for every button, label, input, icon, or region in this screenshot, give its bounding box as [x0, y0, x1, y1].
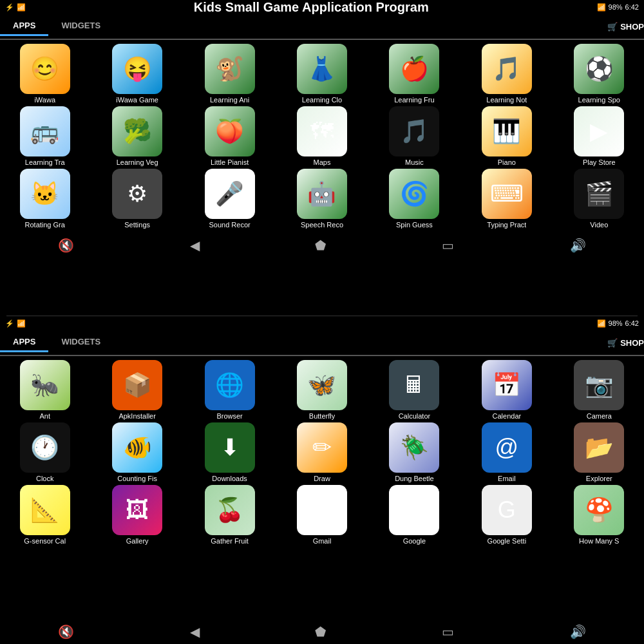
- app-item-spin-guess[interactable]: 🌀Spin Guess: [370, 169, 459, 229]
- app-item-gmail[interactable]: MGmail: [277, 485, 366, 545]
- app-item-explorer[interactable]: 📂Explorer: [554, 422, 644, 482]
- app-label: iWawa Game: [116, 96, 158, 104]
- app-icon-calendar: 📅: [482, 360, 532, 410]
- nav-home-top[interactable]: ⬟: [315, 238, 326, 253]
- app-label: Learning Ani: [210, 96, 249, 104]
- app-item-dung-beetle[interactable]: 🪲Dung Beetle: [370, 422, 459, 482]
- header-bar-top: APPS WIDGETS 🛒 SHOP: [0, 14, 644, 40]
- app-item-learning-clo[interactable]: 👗Learning Clo: [277, 44, 366, 104]
- app-item-music[interactable]: 🎵Music: [370, 106, 459, 166]
- app-label: Browser: [216, 412, 242, 420]
- app-item-email[interactable]: @Email: [462, 422, 551, 482]
- app-item-clock[interactable]: 🕐Clock: [0, 422, 90, 482]
- app-icon-learning: 🥦: [112, 106, 162, 156]
- app-item-speech-reco[interactable]: 🤖Speech Reco: [277, 169, 366, 229]
- nav-back-top[interactable]: ◀: [190, 238, 200, 253]
- app-item-gallery[interactable]: 🖼Gallery: [92, 485, 182, 545]
- wifi-icon-bottom: 📶: [597, 319, 606, 328]
- app-item-learning-tra[interactable]: 🚌Learning Tra: [0, 106, 90, 166]
- app-label: Video: [590, 221, 608, 229]
- app-label: Counting Fis: [117, 475, 157, 482]
- app-label: Settings: [124, 221, 150, 229]
- app-icon-ant: 🐜: [20, 360, 70, 410]
- app-label: Clock: [36, 475, 54, 482]
- app-label: Google: [403, 537, 426, 545]
- app-label: Learning Fru: [394, 96, 434, 104]
- app-item-gather-fruit[interactable]: 🍒Gather Fruit: [185, 485, 274, 545]
- app-item-piano[interactable]: 🎹Piano: [462, 106, 551, 166]
- tab-apps-top[interactable]: APPS: [0, 17, 48, 36]
- app-item-learning-not[interactable]: 🎵Learning Not: [462, 44, 551, 104]
- nav-vol-up-bottom[interactable]: 🔊: [570, 624, 586, 639]
- app-label: Learning Not: [486, 96, 527, 104]
- app-item-google[interactable]: GGoogle: [370, 485, 459, 545]
- app-icon-soundrec: 🎤: [205, 169, 255, 219]
- tabs-top: APPS WIDGETS: [0, 17, 113, 36]
- app-item-downloads[interactable]: ⬇Downloads: [185, 422, 274, 482]
- app-item-butterfly[interactable]: 🦋Butterfly: [277, 360, 366, 420]
- wifi-icon: 📶: [597, 3, 606, 12]
- app-icon-playstore: ▶: [574, 106, 624, 156]
- tab-apps-bottom[interactable]: APPS: [0, 333, 48, 352]
- app-icon-apk: 📦: [112, 360, 162, 410]
- nav-recent-top[interactable]: ▭: [442, 238, 454, 253]
- status-bar-bottom: ⚡ 📶 📶 98% 6:42: [0, 316, 644, 330]
- app-item-google-setti[interactable]: GGoogle Setti: [462, 485, 551, 545]
- app-item-iwawa-game[interactable]: 😝iWawa Game: [92, 44, 182, 104]
- app-item-apkinstaller[interactable]: 📦ApkInstaller: [92, 360, 182, 420]
- app-item-calculator[interactable]: 🖩Calculator: [370, 360, 459, 420]
- app-icon-piano: 🎹: [482, 106, 532, 156]
- nav-vol-down-bottom[interactable]: 🔇: [58, 624, 74, 639]
- status-left-bottom: ⚡ 📶: [5, 319, 26, 328]
- app-item-settings[interactable]: ⚙Settings: [92, 169, 182, 229]
- nav-recent-bottom[interactable]: ▭: [442, 624, 454, 639]
- app-item-ant[interactable]: 🐜Ant: [0, 360, 90, 420]
- app-icon-clock: 🕐: [20, 422, 70, 473]
- app-icon-learning: 🐒: [205, 44, 255, 94]
- app-item-calendar[interactable]: 📅Calendar: [462, 360, 551, 420]
- app-label: Gallery: [126, 537, 149, 545]
- app-item-how-many-s[interactable]: 🍄How Many S: [554, 485, 644, 545]
- app-label: Play Store: [583, 158, 616, 166]
- shop-icon-top: 🛒: [607, 22, 618, 32]
- nav-vol-down-top[interactable]: 🔇: [58, 238, 74, 253]
- app-item-learning-fru[interactable]: 🍎Learning Fru: [370, 44, 459, 104]
- nav-back-bottom[interactable]: ◀: [190, 624, 200, 639]
- top-section: ⚡ 📶 Kids Small Game Application Program …: [0, 0, 644, 316]
- app-item-typing-pract[interactable]: ⌨Typing Pract: [462, 169, 551, 229]
- nav-home-bottom[interactable]: ⬟: [315, 624, 326, 639]
- app-item-learning-veg[interactable]: 🥦Learning Veg: [92, 106, 182, 166]
- app-label: Learning Spo: [578, 96, 620, 104]
- app-item-camera[interactable]: 📷Camera: [554, 360, 644, 420]
- nav-vol-up-top[interactable]: 🔊: [570, 238, 586, 253]
- app-label: Explorer: [586, 475, 612, 482]
- tab-widgets-bottom[interactable]: WIDGETS: [48, 333, 113, 352]
- app-icon-iwawa: 😊: [20, 44, 70, 94]
- time-text: 6:42: [625, 3, 639, 11]
- app-item-learning-ani[interactable]: 🐒Learning Ani: [185, 44, 274, 104]
- app-icon-learning: 🍑: [205, 106, 255, 156]
- tab-widgets-top[interactable]: WIDGETS: [48, 17, 113, 36]
- app-label: Calendar: [493, 412, 522, 420]
- app-icon-email: @: [482, 422, 532, 473]
- app-item-sound-recor[interactable]: 🎤Sound Recor: [185, 169, 274, 229]
- app-label: Learning Veg: [117, 158, 158, 166]
- app-item-draw[interactable]: ✏Draw: [277, 422, 366, 482]
- app-item-g-sensor-cal[interactable]: 📐G-sensor Cal: [0, 485, 90, 545]
- app-item-video[interactable]: 🎬Video: [554, 169, 644, 229]
- shop-button-top[interactable]: 🛒 SHOP: [607, 22, 644, 32]
- app-icon-camera: 📷: [574, 360, 624, 410]
- app-item-play-store[interactable]: ▶Play Store: [554, 106, 644, 166]
- app-item-learning-spo[interactable]: ⚽Learning Spo: [554, 44, 644, 104]
- app-item-counting-fis[interactable]: 🐠Counting Fis: [92, 422, 182, 482]
- app-label: Sound Recor: [209, 221, 250, 229]
- app-item-browser[interactable]: 🌐Browser: [185, 360, 274, 420]
- app-label: G-sensor Cal: [24, 537, 66, 545]
- app-item-iwawa[interactable]: 😊iWawa: [0, 44, 90, 104]
- app-item-rotating-gra[interactable]: 🐱Rotating Gra: [0, 169, 90, 229]
- app-item-maps[interactable]: 🗺Maps: [277, 106, 366, 166]
- shop-button-bottom[interactable]: 🛒 SHOP: [607, 338, 644, 348]
- app-icon-rotatetrap: 🚌: [20, 106, 70, 156]
- app-icon-google: G: [389, 485, 439, 535]
- app-item-little-pianist[interactable]: 🍑Little Pianist: [185, 106, 274, 166]
